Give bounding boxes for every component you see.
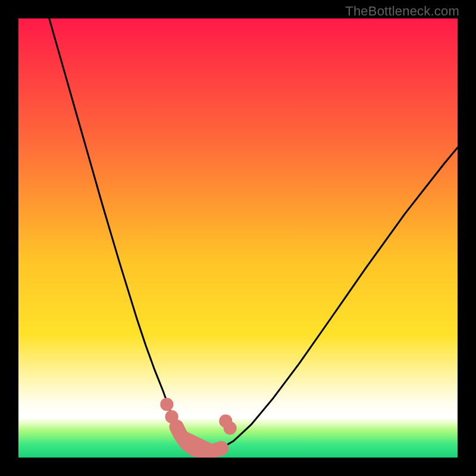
- bottleneck-curve: [49, 18, 458, 452]
- left-cluster-top: [160, 398, 173, 411]
- left-cluster-bottom: [165, 410, 178, 423]
- curve-layer: [18, 18, 458, 458]
- chart-stage: TheBottleneck.com: [0, 0, 476, 476]
- attribution-text: TheBottleneck.com: [345, 4, 459, 19]
- right-cluster-bottom: [224, 422, 237, 435]
- plot-area: [18, 18, 458, 458]
- valley-highlight: [177, 427, 221, 451]
